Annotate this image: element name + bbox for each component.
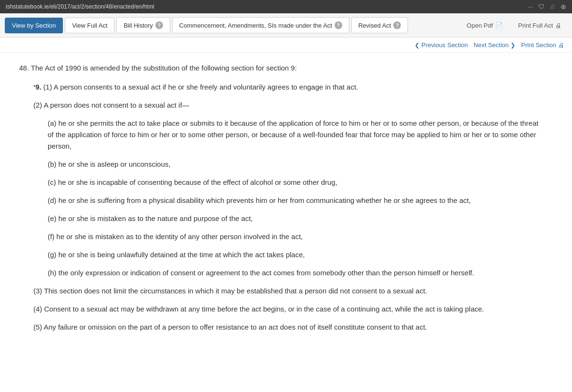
nav-right: Open Pdf 📄 Print Full Act 🖨 (461, 19, 567, 32)
section-intro: 48. The Act of 1990 is amended by the su… (19, 62, 539, 74)
print-section-icon: 🖨 (558, 41, 564, 49)
commencement-button[interactable]: Commencement, Amendments, SIs made under… (172, 17, 349, 33)
next-section-button[interactable]: Next Section ❯ (474, 41, 516, 49)
subsection-1: ‘9. (1) A person consents to a sexual ac… (33, 81, 539, 93)
subsection-1-label: ‘9. (33, 83, 41, 91)
para-b-text: (b) he or she is asleep or unconscious, (48, 160, 171, 168)
view-by-section-button[interactable]: View by Section (5, 18, 63, 33)
para-a-text: (a) he or she permits the act to take pl… (48, 119, 539, 150)
revised-act-help-icon[interactable]: ? (393, 21, 401, 29)
view-full-act-label: View Full Act (72, 22, 107, 29)
print-section-button[interactable]: Print Section 🖨 (521, 41, 564, 49)
subsection-4-text: (4) Consent to a sexual act may be withd… (33, 305, 484, 313)
para-e: (e) he or she is mistaken as to the natu… (48, 213, 539, 224)
para-e-text: (e) he or she is mistaken as to the natu… (48, 214, 253, 222)
para-c-text: (c) he or she is incapable of consenting… (48, 178, 337, 186)
pdf-icon: 📄 (495, 22, 503, 29)
shield-icon: 🛡 (538, 3, 545, 10)
open-pdf-button[interactable]: Open Pdf 📄 (461, 19, 509, 32)
subsection-2-text: (2) A person does not consent to a sexua… (33, 101, 189, 109)
subsection-3-text: (3) This section does not limit the circ… (33, 287, 427, 295)
previous-section-button[interactable]: ❮ Previous Section (415, 41, 468, 49)
section-intro-text: 48. The Act of 1990 is amended by the su… (19, 64, 297, 72)
commencement-help-icon[interactable]: ? (335, 21, 342, 29)
para-a: (a) he or she permits the act to take pl… (48, 118, 539, 152)
subsection-3: (3) This section does not limit the circ… (19, 285, 539, 297)
para-h-text: (h) the only expression or indication of… (48, 269, 474, 277)
bill-history-label: Bill History (123, 22, 153, 29)
para-h: (h) the only expression or indication of… (48, 267, 539, 279)
revised-act-button[interactable]: Revised Act ? (351, 17, 409, 33)
print-section-label: Print Section (521, 41, 556, 49)
top-nav: View by Section View Full Act Bill Histo… (0, 13, 572, 38)
commencement-label: Commencement, Amendments, SIs made under… (179, 22, 332, 29)
subsection-5-text: (5) Any failure or omission on the part … (33, 323, 427, 331)
main-content: 48. The Act of 1990 is amended by the su… (0, 53, 553, 359)
section-nav: ❮ Previous Section Next Section ❯ Print … (0, 38, 572, 53)
para-d: (d) he or she is suffering from a physic… (48, 195, 539, 206)
star-icon[interactable]: ☆ (550, 3, 556, 10)
browser-icons: ··· 🛡 ☆ ⊕ (528, 3, 566, 10)
next-section-label: Next Section (474, 41, 509, 49)
view-by-section-label: View by Section (12, 22, 56, 29)
print-full-act-label: Print Full Act (518, 22, 553, 29)
previous-section-label: Previous Section (421, 41, 468, 49)
para-f: (f) he or she is mistaken as to the iden… (48, 231, 539, 242)
bill-history-help-icon[interactable]: ? (155, 21, 163, 29)
para-c: (c) he or she is incapable of consenting… (48, 177, 539, 188)
open-pdf-label: Open Pdf (467, 22, 493, 29)
menu-icon[interactable]: ··· (528, 3, 533, 10)
print-full-act-button[interactable]: Print Full Act 🖨 (512, 19, 567, 32)
subsection-5: (5) Any failure or omission on the part … (19, 322, 539, 333)
para-f-text: (f) he or she is mistaken as to the iden… (48, 232, 303, 241)
para-b: (b) he or she is asleep or unconscious, (48, 159, 539, 170)
browser-bar: ishstatutebook.ie/eli/2017/act/2/section… (0, 0, 572, 13)
chevron-right-icon: ❯ (511, 42, 515, 49)
extend-icon[interactable]: ⊕ (561, 3, 566, 10)
subsection-2: (2) A person does not consent to a sexua… (19, 100, 539, 111)
revised-act-label: Revised Act (358, 22, 391, 29)
view-full-act-button[interactable]: View Full Act (65, 18, 114, 33)
subsection-1-text: (1) A person consents to a sexual act if… (43, 83, 358, 91)
subsection-4: (4) Consent to a sexual act may be withd… (19, 303, 539, 315)
bill-history-button[interactable]: Bill History ? (116, 17, 170, 33)
para-g: (g) he or she is being unlawfully detain… (48, 249, 539, 261)
para-d-text: (d) he or she is suffering from a physic… (48, 196, 471, 204)
browser-url: ishstatutebook.ie/eli/2017/act/2/section… (6, 3, 528, 10)
chevron-left-icon: ❮ (415, 42, 419, 49)
print-icon: 🖨 (555, 22, 562, 29)
paragraph-list: (a) he or she permits the act to take pl… (48, 118, 539, 279)
para-g-text: (g) he or she is being unlawfully detain… (48, 251, 305, 259)
